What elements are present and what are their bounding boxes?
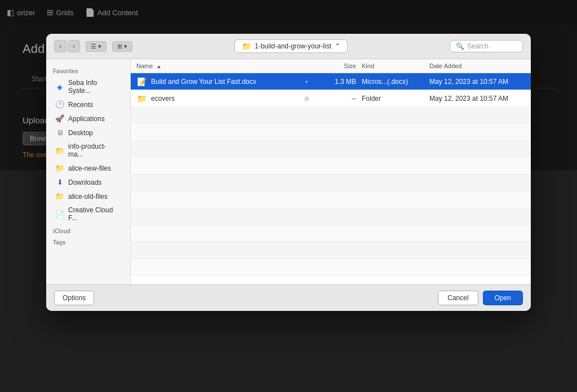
forward-button[interactable]: › (68, 40, 80, 52)
cancel-button[interactable]: Cancel (438, 291, 478, 305)
sidebar-item-info-product-label: info-product-ma... (68, 142, 121, 158)
nav-arrows: ‹ › (54, 40, 80, 52)
file-date-1: May 12, 2023 at 10:57 AM (424, 78, 525, 86)
downloads-icon: ⬇ (55, 178, 64, 186)
file-icon-1: 📝 (136, 77, 147, 86)
empty-row-9 (131, 242, 531, 259)
empty-row-3 (131, 141, 531, 158)
sidebar-item-alice-old-label: alice-old-files (68, 193, 108, 201)
file-kind-1: Micros...(.docx) (356, 78, 424, 86)
empty-row-8 (131, 225, 531, 242)
sidebar-item-creative-cloud-label: Creative Cloud F... (68, 206, 121, 222)
info-product-icon: 📁 (55, 146, 64, 155)
back-button[interactable]: ‹ (54, 40, 66, 52)
empty-row-1 (131, 107, 531, 124)
sidebar-item-applications[interactable]: 🚀 Applications (48, 112, 128, 126)
col-header-date[interactable]: Date Added (424, 63, 525, 69)
sidebar-item-desktop-label: Desktop (68, 129, 93, 137)
file-name-1: 📝 Build and Grow Your List Fast.docx (136, 77, 302, 86)
icloud-label: iCloud (46, 225, 130, 236)
applications-icon: 🚀 (55, 114, 64, 123)
folder-small-icon: 📁 (242, 42, 251, 51)
sort-icon: ▲ (156, 64, 161, 69)
dialog-body: Favorites ◈ Seba Info Syste... 🕐 Recents… (46, 59, 531, 284)
file-name-2: 📁 ecovers (136, 94, 302, 103)
file-size-2: -- (311, 95, 356, 103)
list-view-button[interactable]: ☰ ▾ (86, 41, 106, 52)
favorites-label: Favorites (46, 65, 130, 76)
file-list: Name ▲ Size Kind Date Added 📝 Build and … (131, 59, 531, 284)
desktop-icon: 🖥 (55, 128, 64, 137)
empty-row-10 (131, 259, 531, 276)
sidebar-item-applications-label: Applications (68, 115, 105, 123)
sidebar-item-recents-label: Recents (68, 101, 93, 109)
grid-view-chevron: ▾ (124, 43, 127, 50)
file-date-2: May 12, 2023 at 10:57 AM (424, 95, 525, 103)
recents-icon: 🕐 (55, 100, 64, 109)
open-button[interactable]: Open (483, 291, 523, 305)
options-button[interactable]: Options (54, 291, 94, 305)
file-kind-2: Folder (356, 95, 424, 103)
alice-old-icon: 📁 (55, 192, 64, 201)
file-dialog: ‹ › ☰ ▾ ⊞ ▾ 📁 1-build-and-grow-your-list… (46, 34, 531, 311)
search-icon: 🔍 (456, 42, 464, 50)
dialog-sidebar: Favorites ◈ Seba Info Syste... 🕐 Recents… (46, 59, 131, 284)
folder-icon-2: 📁 (136, 94, 147, 103)
col-header-kind[interactable]: Kind (356, 63, 424, 69)
sidebar-item-creative-cloud[interactable]: 📄 Creative Cloud F... (48, 203, 128, 225)
sidebar-item-alice-new[interactable]: 📁 alice-new-files (48, 161, 128, 175)
folder-pill[interactable]: 📁 1-build-and-grow-your-list ⌃ (234, 39, 348, 53)
sidebar-item-downloads-label: Downloads (68, 179, 101, 186)
dialog-footer: Options Cancel Open (46, 284, 531, 311)
file-size-1: 1.3 MB (311, 78, 356, 86)
file-status-1: ● (302, 78, 311, 84)
filelist-header: Name ▲ Size Kind Date Added (131, 59, 531, 73)
folder-chevron: ⌃ (335, 42, 340, 50)
file-status-2: ◎ (302, 95, 311, 101)
empty-row-7 (131, 208, 531, 225)
grid-view-button[interactable]: ⊞ ▾ (112, 41, 132, 52)
grid-view-icon: ⊞ (117, 43, 122, 50)
footer-right: Cancel Open (438, 291, 523, 305)
sidebar-item-recents[interactable]: 🕐 Recents (48, 97, 128, 112)
file-row-2[interactable]: 📁 ecovers ◎ -- Folder May 12, 2023 at 10… (131, 90, 531, 107)
search-placeholder: Search (467, 42, 489, 50)
col-header-size[interactable]: Size (311, 63, 356, 69)
dropbox-icon: ◈ (55, 83, 64, 91)
list-view-chevron: ▾ (98, 43, 101, 50)
search-box[interactable]: 🔍 Search (450, 40, 523, 52)
empty-row-6 (131, 191, 531, 208)
sidebar-item-downloads[interactable]: ⬇ Downloads (48, 175, 128, 189)
sidebar-item-alice-old[interactable]: 📁 alice-old-files (48, 189, 128, 203)
tags-label: Tags (46, 236, 130, 247)
creative-cloud-icon: 📄 (55, 210, 64, 219)
empty-row-5 (131, 175, 531, 191)
list-view-icon: ☰ (91, 43, 96, 50)
sidebar-item-seba-info[interactable]: ◈ Seba Info Syste... (48, 76, 128, 97)
col-header-name[interactable]: Name ▲ (136, 63, 311, 69)
sidebar-item-alice-new-label: alice-new-files (68, 164, 111, 172)
alice-new-icon: 📁 (55, 164, 64, 172)
empty-row-2 (131, 124, 531, 141)
empty-row-4 (131, 158, 531, 175)
sidebar-item-seba-label: Seba Info Syste... (68, 79, 121, 95)
sidebar-item-info-product[interactable]: 📁 info-product-ma... (48, 140, 128, 161)
dialog-toolbar: ‹ › ☰ ▾ ⊞ ▾ 📁 1-build-and-grow-your-list… (46, 34, 531, 59)
folder-name: 1-build-and-grow-your-list (255, 42, 331, 50)
folder-path: 📁 1-build-and-grow-your-list ⌃ (138, 39, 444, 53)
sidebar-item-desktop[interactable]: 🖥 Desktop (48, 126, 128, 140)
file-row-1[interactable]: 📝 Build and Grow Your List Fast.docx ● 1… (131, 73, 531, 90)
